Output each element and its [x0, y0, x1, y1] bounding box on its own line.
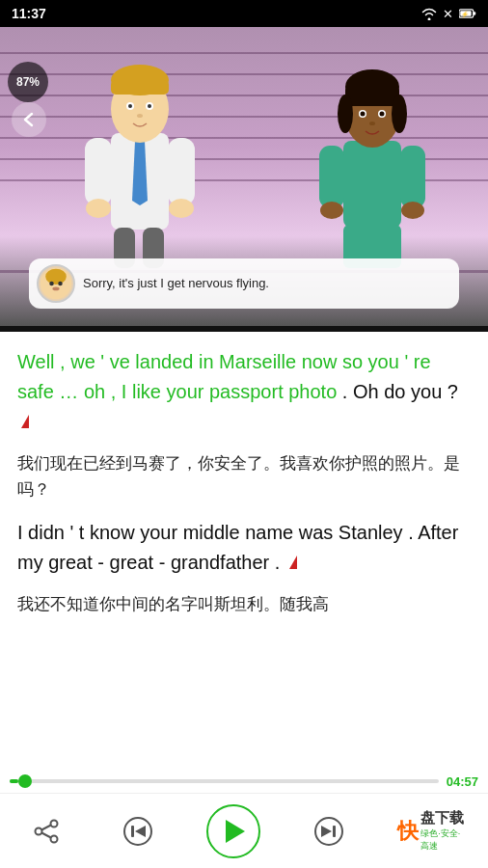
- svg-marker-52: [321, 826, 332, 837]
- bottom-controls: 快 盘下载 绿色·安全·高速: [0, 793, 488, 868]
- status-time: 11:37: [12, 6, 46, 21]
- svg-rect-9: [111, 80, 169, 95]
- svg-point-34: [320, 202, 343, 219]
- svg-point-31: [369, 122, 375, 125]
- kuai-logo[interactable]: 快 盘下载 绿色·安全·高速: [397, 808, 465, 854]
- svg-text:✕: ✕: [443, 7, 453, 20]
- status-bar: 11:37 ✕ ⚡: [0, 0, 488, 27]
- progress-time: 04:57: [447, 774, 478, 789]
- svg-point-39: [49, 282, 54, 286]
- kuai-text: 盘下载: [420, 809, 465, 827]
- signal-x-icon: ✕: [442, 7, 455, 20]
- video-area: 87% Sorry, it's just I get nervous flyin…: [0, 27, 488, 326]
- share-button[interactable]: [23, 808, 69, 854]
- svg-point-38: [45, 269, 67, 285]
- play-button[interactable]: [206, 804, 260, 858]
- svg-rect-21: [343, 141, 401, 228]
- progress-percent: 87%: [16, 75, 40, 89]
- svg-point-35: [401, 202, 424, 219]
- svg-rect-16: [168, 138, 195, 205]
- svg-marker-49: [135, 826, 146, 837]
- character-male: [77, 56, 203, 268]
- svg-point-30: [380, 112, 385, 117]
- svg-rect-24: [345, 87, 399, 106]
- progress-circle: 87%: [8, 62, 48, 102]
- english-text-2a: I didn ' t know your middle name was Sta…: [17, 522, 458, 573]
- flag-icon-2: [289, 556, 297, 569]
- svg-point-44: [50, 835, 57, 842]
- content-area: Well , we ' ve landed in Marseille now s…: [0, 332, 488, 785]
- wifi-icon: [420, 7, 438, 20]
- previous-button[interactable]: [115, 808, 161, 854]
- battery-icon: ⚡: [459, 8, 476, 19]
- svg-point-25: [338, 95, 353, 133]
- chinese-paragraph-2: 我还不知道你中间的名字叫斯坦利。随我高: [17, 591, 471, 617]
- progress-track[interactable]: [10, 779, 439, 783]
- svg-text:⚡: ⚡: [461, 10, 470, 18]
- progress-bar-area[interactable]: 04:57: [0, 770, 488, 793]
- svg-point-40: [58, 282, 63, 286]
- svg-point-29: [361, 112, 366, 117]
- svg-point-26: [392, 95, 407, 133]
- chinese-paragraph-1: 我们现在已经到马赛了，你安全了。我喜欢你护照的照片。是吗？: [17, 450, 471, 502]
- progress-fill: [10, 779, 18, 783]
- svg-point-12: [128, 104, 132, 108]
- bubble-text: Sorry, it's just I get nervous flying.: [83, 276, 269, 292]
- status-icons: ✕ ⚡: [420, 7, 476, 20]
- play-icon: [226, 820, 245, 843]
- back-button[interactable]: [12, 102, 46, 137]
- svg-rect-33: [400, 146, 425, 208]
- svg-line-45: [41, 825, 51, 829]
- flag-icon-1: [21, 415, 29, 428]
- svg-rect-15: [85, 138, 112, 205]
- svg-point-18: [169, 199, 194, 218]
- bubble-avatar: [37, 264, 75, 303]
- svg-point-41: [52, 287, 59, 291]
- svg-point-13: [148, 104, 151, 108]
- svg-point-42: [50, 820, 57, 827]
- svg-point-43: [35, 827, 41, 834]
- english-paragraph-1: Well , we ' ve landed in Marseille now s…: [17, 347, 471, 437]
- speech-bubble: Sorry, it's just I get nervous flying.: [29, 258, 459, 309]
- next-button[interactable]: [306, 808, 352, 854]
- english-text-black-1: . Oh do you ?: [337, 381, 458, 402]
- svg-line-46: [41, 832, 51, 837]
- svg-point-17: [86, 199, 111, 218]
- svg-point-14: [137, 114, 143, 118]
- svg-rect-48: [131, 826, 134, 837]
- svg-rect-32: [319, 146, 344, 208]
- kuai-icon: 快: [397, 817, 419, 846]
- english-paragraph-2: I didn ' t know your middle name was Sta…: [17, 518, 471, 578]
- svg-rect-51: [333, 826, 336, 837]
- progress-thumb[interactable]: [18, 774, 32, 788]
- kuai-subtitle: 绿色·安全·高速: [420, 827, 465, 853]
- svg-rect-3: [474, 12, 475, 14]
- character-female: [314, 66, 430, 268]
